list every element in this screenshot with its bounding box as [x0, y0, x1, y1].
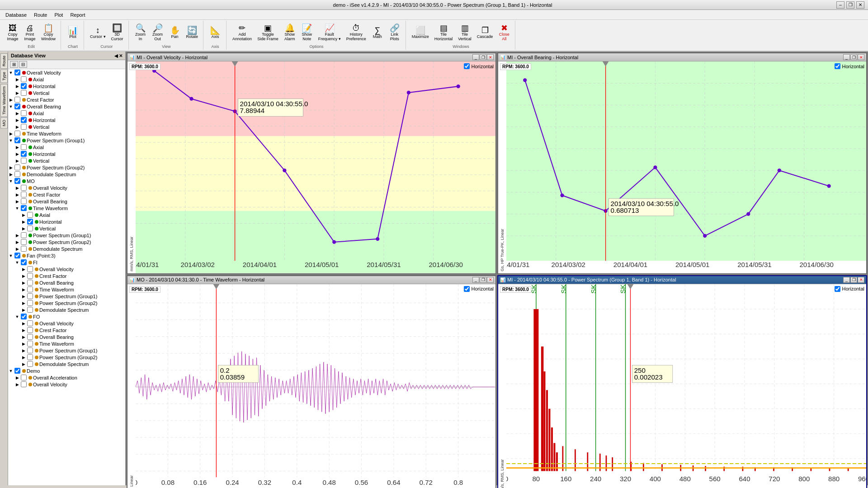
sidebar-collapse-btn[interactable]: ◀ [114, 53, 118, 58]
tree-checkbox[interactable] [21, 246, 27, 252]
tree-checkbox[interactable] [27, 212, 33, 218]
history-preference-button[interactable]: ⏱ HistoryPreference [344, 23, 368, 43]
tree-item[interactable]: ▶ Axial [8, 211, 125, 218]
link-plots-button[interactable]: 🔗 LinkPlots [387, 23, 403, 43]
chart-min-br[interactable]: _ [843, 277, 850, 283]
tree-item[interactable]: ▶ Overall Velocity [8, 381, 125, 388]
tree-expand-icon[interactable]: ▶ [14, 233, 20, 238]
copy-image-button[interactable]: 🖼 CopyImage [5, 23, 21, 43]
tree-checkbox[interactable] [21, 83, 27, 89]
tree-expand-icon[interactable]: ▶ [8, 165, 14, 170]
side-tab-mo[interactable]: MO [0, 117, 8, 129]
tree-checkbox[interactable] [21, 76, 27, 82]
tree-item[interactable]: ▶ Crest Factor [8, 96, 125, 103]
chart-svg-tl[interactable]: 9.6 9.2 8.8 8.4 8.0 7.6 7.2 6.8 6.4 6.0 … [136, 61, 495, 273]
copy-window-button[interactable]: 📋 CopyWindow [39, 23, 58, 43]
menu-route[interactable]: Route [30, 11, 51, 19]
tree-checkbox[interactable] [21, 259, 27, 265]
cascade-button[interactable]: ❐ Cascade [475, 25, 495, 41]
tree-expand-icon[interactable]: ▶ [14, 240, 20, 244]
tree-expand-icon[interactable]: ▶ [14, 152, 20, 156]
cursor-3d-button[interactable]: 🔲 3DCursor [109, 23, 126, 43]
tree-item[interactable]: ▼ Demo [8, 367, 125, 374]
tree-checkbox[interactable] [14, 253, 20, 258]
chart-close-br[interactable]: ✕ [858, 277, 864, 283]
tree-checkbox[interactable] [14, 131, 20, 136]
tree-item[interactable]: ▼ Time Waveform [8, 205, 125, 211]
tree-item[interactable]: ▶ Demodulate Spectrum [8, 171, 125, 178]
toggle-side-frame-button[interactable]: ▣ ToggleSide Frame [255, 23, 281, 43]
tree-checkbox[interactable] [27, 225, 33, 231]
tree-checkbox[interactable] [21, 185, 27, 191]
tree-checkbox[interactable] [21, 239, 27, 245]
chart-close-bl[interactable]: ✕ [487, 277, 494, 283]
chart-min-tl[interactable]: _ [472, 54, 479, 60]
tree-item[interactable]: ▶ Power Spectrum (Group2) [8, 354, 125, 361]
tree-expand-icon[interactable]: ▼ [8, 253, 14, 258]
tree-expand-icon[interactable]: ▶ [8, 98, 14, 102]
chart-svg-tr[interactable]: 0.81 0.78 0.75 0.72 0.69 0.66 0.63 0.60 … [506, 61, 866, 273]
tree-checkbox[interactable] [21, 232, 27, 238]
tree-item[interactable]: ▼ Fan (Point:3) [8, 252, 125, 259]
tree-item[interactable]: ▼ Overall Velocity [8, 69, 125, 76]
tree-expand-icon[interactable]: ▶ [21, 267, 26, 272]
tree-item[interactable]: ▶ Overall Velocity [8, 320, 125, 327]
tree-expand-icon[interactable]: ▶ [14, 111, 20, 116]
tree-item[interactable]: ▶ Time Waveform [8, 340, 125, 347]
tree-expand-icon[interactable]: ▶ [14, 159, 20, 163]
tree-item[interactable]: ▶ Overall Bearing [8, 279, 125, 286]
tree-expand-icon[interactable]: ▼ [8, 179, 14, 183]
minimize-button[interactable]: – [836, 1, 844, 9]
tree-checkbox[interactable] [27, 300, 33, 306]
sidebar-expand-btn[interactable]: ✕ [119, 53, 123, 58]
tree-checkbox[interactable] [21, 144, 27, 150]
tree-expand-icon[interactable]: ▶ [14, 186, 20, 190]
tree-item[interactable]: ▶ Overall Acceleration [8, 374, 125, 381]
tree-checkbox[interactable] [21, 192, 27, 197]
tree-checkbox[interactable] [21, 205, 27, 211]
tree-item[interactable]: ▶ Axial [8, 110, 125, 117]
tree-expand-icon[interactable]: ▼ [14, 206, 20, 211]
tree-checkbox[interactable] [21, 375, 27, 380]
close-button[interactable]: ✕ [856, 1, 864, 9]
tree-checkbox[interactable] [27, 341, 33, 347]
tree-checkbox[interactable] [14, 70, 20, 75]
tree-item[interactable]: ▶ Overall Bearing [8, 333, 125, 340]
math-button[interactable]: ∑ Math [369, 25, 386, 41]
tree-expand-icon[interactable]: ▼ [8, 369, 14, 373]
menu-plot[interactable]: Plot [51, 11, 66, 19]
tree-item[interactable]: ▶ Power Spectrum (Group2) [8, 164, 125, 171]
tree-checkbox[interactable] [21, 124, 27, 130]
tree-checkbox[interactable] [21, 151, 27, 157]
tree-expand-icon[interactable]: ▶ [14, 199, 20, 204]
tree-item[interactable]: ▶ Horizontal [8, 150, 125, 157]
tree-item[interactable]: ▶ Crest Factor [8, 272, 125, 279]
tree-item[interactable]: ▼ FI [8, 259, 125, 266]
tree-expand-icon[interactable]: ▶ [21, 355, 26, 360]
chart-restore-br[interactable]: ❐ [850, 277, 857, 283]
tree-item[interactable]: ▶ Overall Bearing [8, 198, 125, 205]
tree-expand-icon[interactable]: ▶ [14, 192, 20, 197]
tree-item[interactable]: ▶ Power Spectrum (Group1) [8, 232, 125, 239]
tree-expand-icon[interactable]: ▶ [14, 382, 20, 387]
tree-checkbox[interactable] [27, 327, 33, 333]
tree-item[interactable]: ▶ Axial [8, 76, 125, 83]
tile-horizontal-button[interactable]: ▤ TileHorizontal [432, 23, 455, 43]
chart-close-tr[interactable]: ✕ [858, 54, 864, 60]
tree-expand-icon[interactable]: ▶ [21, 348, 26, 353]
tree-checkbox[interactable] [27, 293, 33, 299]
tree-item[interactable]: ▶ Demodulate Spectrum [8, 306, 125, 313]
tree-item[interactable]: ▶ Horizontal [8, 83, 125, 89]
tree-expand-icon[interactable]: ▶ [8, 131, 14, 136]
tree-item[interactable]: ▼ Power Spectrum (Group1) [8, 137, 125, 144]
tree-item[interactable]: ▶ Demodulate Spectrum [8, 361, 125, 367]
tree-checkbox[interactable] [21, 198, 27, 204]
add-annotation-button[interactable]: ✏ AddAnnotation [230, 23, 254, 43]
tree-item[interactable]: ▶ Power Spectrum (Group2) [8, 300, 125, 306]
side-tab-route[interactable]: Route [0, 53, 8, 69]
chart-restore-bl[interactable]: ❐ [480, 277, 486, 283]
tree-checkbox[interactable] [27, 273, 33, 279]
chart-body-bottom-right[interactable]: RPM: 3600.0 Horizontal mm/s, RMS, Linear [498, 284, 866, 488]
tree-item[interactable]: ▶ Demodulate Spectrum [8, 245, 125, 252]
chart-svg-bl[interactable]: 0.9 0.75 0.6 0.45 0.3 0.15 0 -0.15 -0.3 … [136, 284, 495, 488]
